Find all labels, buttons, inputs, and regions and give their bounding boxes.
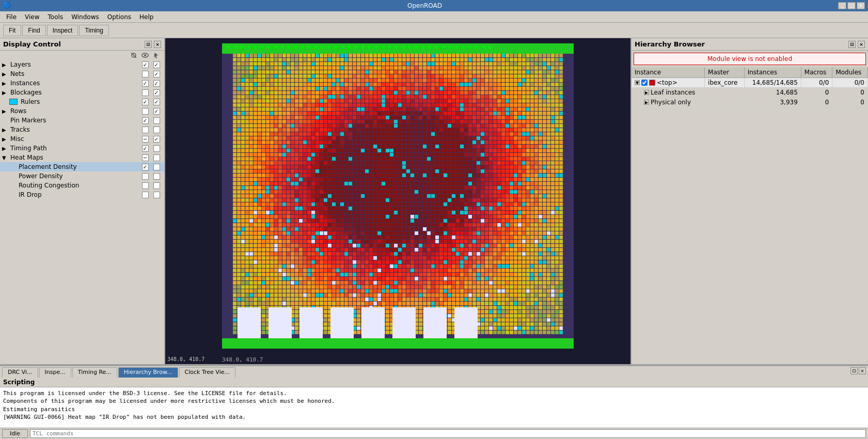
timing-path-arrow: ▶	[2, 146, 9, 151]
tab-inspect[interactable]: Inspe...	[39, 367, 71, 378]
cell-instance-top: ▼ <top>	[632, 78, 705, 88]
inspect-button[interactable]: Inspect	[47, 25, 78, 36]
blockages-check1[interactable]	[142, 89, 149, 96]
fit-button[interactable]: Fit	[3, 25, 21, 36]
tree-item-misc[interactable]: ▶ Misc	[0, 134, 164, 144]
tree-item-placement-density[interactable]: Placement Density	[0, 162, 164, 171]
cell-instances-top: 14,685/14,685	[744, 78, 801, 88]
scripting-float-button[interactable]: ⊡	[850, 367, 858, 374]
routing-congestion-check2[interactable]	[153, 182, 160, 189]
heat-maps-check2[interactable]	[153, 154, 160, 161]
tab-drc[interactable]: DRC Vi...	[2, 367, 38, 378]
power-density-check1[interactable]	[142, 173, 149, 180]
nets-check1[interactable]	[142, 71, 149, 77]
tree-item-ir-drop[interactable]: IR Drop	[0, 190, 164, 199]
tree-item-nets[interactable]: ▶ Nets	[0, 69, 164, 79]
tree-item-routing-congestion[interactable]: Routing Congestion	[0, 181, 164, 190]
hb-close-button[interactable]: ×	[858, 41, 865, 48]
cell-modules-leaf: 0	[832, 88, 868, 98]
heatmap-canvas[interactable]	[165, 38, 630, 364]
nets-label: Nets	[9, 70, 139, 78]
timing-button[interactable]: Timing	[79, 25, 109, 36]
menu-windows[interactable]: Windows	[67, 12, 103, 22]
canvas-area[interactable]: 348.0, 410.7	[165, 38, 630, 364]
tree-item-power-density[interactable]: Power Density	[0, 171, 164, 181]
placement-density-check2[interactable]	[153, 164, 160, 170]
cell-instances-leaf: 14,685	[744, 88, 801, 98]
tree-item-pin-markers[interactable]: Pin Markers	[0, 116, 164, 125]
blockages-arrow: ▶	[2, 90, 9, 96]
layers-check2[interactable]	[153, 61, 160, 68]
timing-path-check2[interactable]	[153, 145, 160, 152]
rows-check1[interactable]	[142, 108, 149, 115]
tree-item-rows[interactable]: ▶ Rows	[0, 106, 164, 116]
maximize-button[interactable]: □	[847, 2, 856, 9]
col-instance[interactable]: Instance	[632, 67, 705, 78]
heat-maps-label: Heat Maps	[9, 153, 139, 162]
instances-check1[interactable]	[142, 80, 149, 87]
tab-clock-tree[interactable]: Clock Tree Vie...	[179, 367, 235, 378]
tree-item-rulers[interactable]: Rulers	[0, 97, 164, 106]
cell-master-physical	[705, 98, 745, 107]
misc-check2[interactable]	[153, 136, 160, 143]
close-button[interactable]: ×	[857, 2, 865, 9]
tracks-check1[interactable]	[142, 127, 149, 133]
expand-leaf-btn[interactable]: ▶	[644, 90, 649, 95]
tree-item-timing-path[interactable]: ▶ Timing Path	[0, 144, 164, 153]
menu-options[interactable]: Options	[103, 12, 135, 22]
pin-markers-check1[interactable]	[142, 117, 149, 124]
tree-item-layers[interactable]: ▶ Layers	[0, 60, 164, 69]
minimize-button[interactable]: _	[838, 2, 846, 9]
ir-drop-check1[interactable]	[142, 192, 149, 198]
menu-file[interactable]: File	[2, 12, 21, 22]
nets-check2[interactable]	[153, 71, 160, 77]
main-container: Display Control ⊡ × ▶ Layers	[0, 38, 868, 364]
tree-item-tracks[interactable]: ▶ Tracks	[0, 125, 164, 134]
expand-top-btn[interactable]: ▼	[635, 80, 640, 85]
bottom-panel: DRC Vi... Inspe... Timing Re... Hierarch…	[0, 364, 868, 439]
rows-check2[interactable]	[153, 108, 160, 115]
pin-markers-check2[interactable]	[153, 117, 160, 124]
routing-congestion-check1[interactable]	[142, 182, 149, 189]
script-line-3: Estimating parasitics	[3, 405, 865, 413]
tree-item-instances[interactable]: ▶ Instances	[0, 79, 164, 88]
tree-item-blockages[interactable]: ▶ Blockages	[0, 88, 164, 97]
col-instances[interactable]: Instances	[744, 67, 801, 78]
misc-check1[interactable]	[142, 136, 149, 143]
hb-float-button[interactable]: ⊡	[848, 41, 856, 48]
col-master[interactable]: Master	[705, 67, 745, 78]
cell-instances-physical: 3,939	[744, 98, 801, 107]
float-button[interactable]: ⊡	[145, 41, 152, 48]
power-density-check2[interactable]	[153, 173, 160, 180]
instances-check2[interactable]	[153, 80, 160, 87]
top-checkbox[interactable]	[641, 80, 648, 86]
tracks-check2[interactable]	[153, 127, 160, 133]
timing-path-check1[interactable]	[142, 145, 149, 152]
expand-physical-btn[interactable]: ▶	[644, 100, 649, 105]
placement-density-check1[interactable]	[142, 164, 149, 170]
tree-item-heat-maps[interactable]: ▼ Heat Maps	[0, 153, 164, 162]
close-panel-button[interactable]: ×	[154, 41, 161, 48]
col-macros[interactable]: Macros	[801, 67, 832, 78]
blockages-check2[interactable]	[153, 89, 160, 96]
scripting-close-button[interactable]: ×	[859, 367, 866, 374]
rulers-check1[interactable]	[142, 99, 149, 105]
tab-timing[interactable]: Timing Re...	[72, 367, 117, 378]
menu-help[interactable]: Help	[135, 12, 157, 22]
tcl-command-input[interactable]	[30, 429, 866, 438]
rulers-label: Rulers	[20, 98, 139, 106]
table-row-leaf[interactable]: ▶ Leaf instances 14,685 0 0	[632, 88, 868, 98]
svg-point-3	[144, 54, 146, 56]
ir-drop-check2[interactable]	[153, 192, 160, 198]
layers-check1[interactable]	[142, 61, 149, 68]
find-button[interactable]: Find	[22, 25, 45, 36]
heat-maps-check1[interactable]	[142, 154, 149, 161]
table-row-physical[interactable]: ▶ Physical only 3,939 0 0	[632, 98, 868, 107]
scripting-input-row: Idle	[0, 428, 868, 439]
menu-view[interactable]: View	[21, 12, 43, 22]
tab-hierarchy[interactable]: Hierarchy Brow...	[118, 367, 178, 378]
table-row-top[interactable]: ▼ <top> ibex_core 14,685/14,685 0/0 0/0	[632, 78, 868, 88]
rulers-check2[interactable]	[153, 99, 160, 105]
menu-tools[interactable]: Tools	[44, 12, 68, 22]
col-modules[interactable]: Modules	[832, 67, 868, 78]
